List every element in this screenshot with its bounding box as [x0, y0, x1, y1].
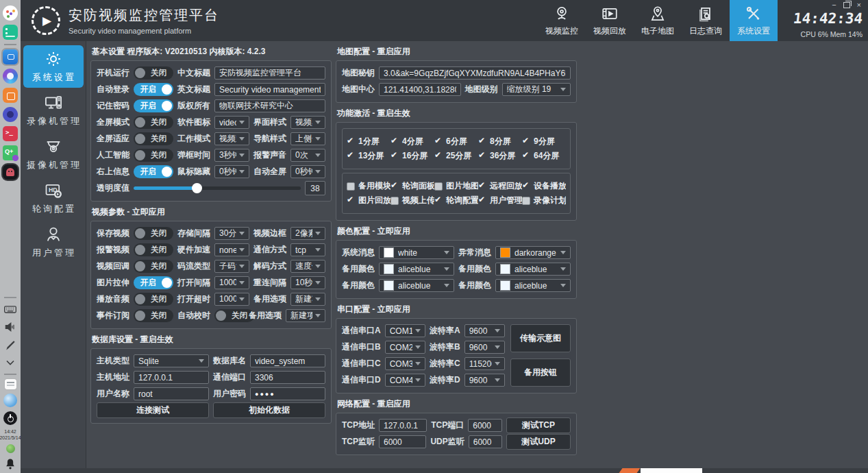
notes-app-icon[interactable] [3, 25, 18, 40]
nav-system-settings[interactable]: 系统设置 [730, 0, 778, 41]
file-manager-icon[interactable] [3, 49, 18, 64]
baud-d-select[interactable]: 9600 [464, 374, 505, 387]
spare-option-select-2[interactable]: 新建项目 [286, 309, 325, 322]
volume-icon[interactable] [3, 320, 17, 334]
nav-style-select[interactable]: 上侧+上侧 [290, 132, 325, 145]
feature-checkbox[interactable]: 64分屏 [522, 150, 566, 162]
spare-button[interactable]: 备用按钮 [510, 359, 571, 387]
video-callback-toggle[interactable]: 关闭 [134, 260, 173, 273]
sidebar-item-camera-management[interactable]: 摄像机管理 [23, 133, 84, 175]
feature-checkbox[interactable]: 9分屏 [522, 136, 566, 147]
slider-knob[interactable] [192, 183, 202, 193]
ui-style-select[interactable]: 视频黑 [290, 116, 325, 129]
feature-checkbox[interactable]: 轮询配置 [434, 195, 478, 206]
boot-run-toggle[interactable]: 关闭 [134, 66, 173, 80]
play-audio-toggle[interactable]: 关闭 [134, 293, 173, 306]
keyboard-icon[interactable] [3, 302, 17, 316]
feature-checkbox[interactable]: 图片地图 [434, 180, 478, 192]
spare-color-select-1[interactable]: aliceblue [379, 263, 454, 276]
feature-checkbox[interactable]: 13分屏 [347, 150, 390, 162]
decode-mode-select[interactable]: 速度优先 [290, 260, 325, 273]
video-app-icon[interactable] [3, 165, 18, 180]
app-store-icon[interactable] [3, 88, 18, 103]
save-video-toggle[interactable]: 关闭 [134, 227, 173, 240]
open-timeout-select[interactable]: 10000毫秒 [214, 293, 249, 306]
spare-option-select-1[interactable]: 新建项目 [290, 293, 325, 306]
fullscreen-fit-toggle[interactable]: 关闭 [134, 132, 173, 145]
baud-c-select[interactable]: 115200 [464, 357, 505, 370]
com-b-select[interactable]: COM2 [385, 341, 425, 354]
feature-checkbox[interactable]: 1分屏 [347, 136, 390, 147]
mouse-hide-select[interactable]: 0秒钟 [214, 165, 249, 178]
transparency-slider[interactable] [134, 182, 301, 195]
event-subscribe-toggle[interactable]: 关闭 [134, 309, 173, 322]
feature-checkbox[interactable]: 远程回放 [478, 180, 522, 192]
sidebar-item-user-management[interactable]: 用户管理 [23, 221, 84, 263]
username-input[interactable] [134, 387, 209, 400]
weather-icon[interactable] [3, 393, 17, 407]
app-launcher-icon[interactable] [3, 5, 18, 21]
image-stretch-toggle[interactable]: 开启 [134, 276, 173, 289]
feature-checkbox[interactable]: 设备播放 [522, 180, 566, 192]
browser-icon[interactable] [3, 69, 18, 84]
video-border-select[interactable]: 2像素 [290, 227, 325, 240]
feature-checkbox[interactable]: 36分屏 [478, 150, 522, 162]
feature-checkbox[interactable]: 6分屏 [434, 136, 478, 147]
nav-video-monitor[interactable]: 视频监控 [541, 0, 583, 41]
chinese-title-input[interactable] [214, 66, 325, 80]
udp-listen-input[interactable] [469, 435, 502, 448]
tcp-port-input[interactable] [468, 419, 502, 432]
remember-password-toggle[interactable]: 开启 [134, 99, 173, 112]
feature-checkbox[interactable]: 4分屏 [390, 136, 434, 147]
green-status-icon[interactable] [6, 444, 15, 453]
work-mode-select[interactable]: 视频监控 [214, 132, 249, 145]
nav-video-playback[interactable]: 视频回放 [588, 0, 631, 41]
feature-checkbox[interactable]: 8分屏 [478, 136, 522, 147]
terminal-icon[interactable] [3, 126, 18, 141]
feature-checkbox[interactable]: 25分屏 [434, 150, 478, 162]
spare-color-select-2[interactable]: aliceblue [495, 263, 571, 276]
com-d-select[interactable]: COM4 [385, 374, 425, 387]
auto-fullscreen-select[interactable]: 0秒钟 [290, 165, 325, 178]
minimize-icon[interactable]: − [832, 1, 836, 9]
map-key-input[interactable] [379, 66, 571, 80]
map-level-select[interactable]: 缩放级别 19 [502, 83, 571, 96]
feature-checkbox[interactable]: 备用模块 [347, 180, 390, 192]
popup-time-select[interactable]: 3秒钟 [214, 149, 249, 162]
alarm-video-toggle[interactable]: 关闭 [134, 243, 173, 256]
feature-checkbox[interactable]: 16分屏 [390, 150, 434, 162]
spare-color-select-3[interactable]: aliceblue [379, 279, 454, 292]
baud-b-select[interactable]: 9600 [464, 341, 505, 354]
bell-icon[interactable] [3, 457, 17, 471]
host-type-select[interactable]: Sqlite [134, 354, 209, 367]
nav-e-map[interactable]: 电子地图 [636, 0, 679, 41]
baud-a-select[interactable]: 9600 [464, 324, 505, 337]
tcp-address-input[interactable] [379, 419, 427, 432]
stream-type-select[interactable]: 子码流 [214, 260, 249, 273]
fullscreen-mode-toggle[interactable]: 关闭 [134, 116, 173, 129]
error-msg-color-select[interactable]: darkorange [495, 246, 571, 259]
test-udp-button[interactable]: 测试UDP [506, 434, 571, 450]
english-title-input[interactable] [214, 83, 325, 96]
system-tweaks-icon[interactable] [3, 107, 18, 122]
hw-accel-select[interactable]: none [214, 243, 249, 256]
comm-port-input[interactable] [250, 371, 325, 384]
system-msg-color-select[interactable]: white [379, 246, 454, 259]
chevron-down-icon[interactable] [3, 356, 17, 369]
open-interval-select[interactable]: 1000毫秒 [214, 276, 249, 289]
software-icon-select[interactable]: video_white [214, 116, 249, 129]
comm-mode-select[interactable]: tcp [290, 243, 325, 256]
restore-icon[interactable] [843, 2, 850, 8]
transfer-diagram-button[interactable]: 传输示意图 [510, 324, 571, 352]
password-input[interactable] [250, 387, 325, 400]
copyright-input[interactable] [214, 99, 325, 112]
map-center-input[interactable] [379, 83, 461, 96]
tcp-listen-input[interactable] [379, 435, 426, 448]
sidebar-item-polling-config[interactable]: HD轮询配置 [23, 177, 84, 219]
auto-login-toggle[interactable]: 开启 [134, 83, 173, 96]
com-c-select[interactable]: COM3 [385, 357, 425, 370]
nav-log-query[interactable]: 日志查询 [684, 0, 727, 41]
ai-toggle[interactable]: 关闭 [134, 149, 173, 162]
feature-checkbox[interactable]: 图片回放 [347, 195, 390, 206]
input-method-icon[interactable] [5, 379, 16, 389]
